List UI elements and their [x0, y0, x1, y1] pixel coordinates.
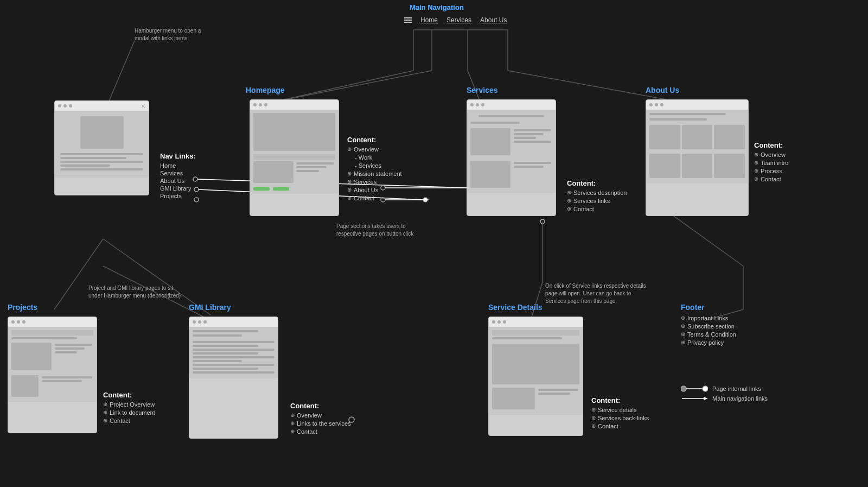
nav-link-about: About Us: [160, 178, 196, 184]
footer-subscribe: ⊕Subscribe section: [681, 323, 736, 330]
nav-link-projects: Projects: [160, 193, 196, 199]
nav-links-label: Nav Links: Home Services About Us GMI Li…: [160, 152, 196, 200]
proj-overview: ⊕Project Overview: [103, 401, 155, 408]
content-work: - Work: [347, 154, 434, 161]
gmi-content-label: Content: ⊕Overview ⊕Links to the service…: [290, 402, 351, 437]
services-wireframe: [467, 99, 556, 216]
homepage-title: Homepage: [246, 86, 285, 94]
wf-titlebar: [8, 317, 97, 327]
nav-home-link[interactable]: Home: [420, 16, 438, 24]
services-desc: ⊕Services description: [567, 189, 627, 196]
projects-wireframe: [8, 317, 97, 433]
wf-titlebar: [467, 100, 556, 110]
hamburger-icon[interactable]: [404, 17, 412, 23]
about-team: ⊕ Team intro: [754, 160, 788, 166]
nav-link-home: Home: [160, 162, 196, 169]
main-nav-header: Main Navigation: [401, 3, 472, 11]
about-us-content-label: Content: ⊕ Overview ⊕ Team intro ⊕ Proce…: [754, 141, 788, 184]
sd-contact: ⊕Contact: [591, 423, 649, 429]
about-process: ⊕ Process: [754, 168, 788, 174]
svg-point-21: [540, 219, 545, 224]
svg-line-3: [267, 71, 432, 103]
sd-details: ⊕Service details: [591, 407, 649, 413]
gmi-links: ⊕Links to the services: [290, 420, 351, 427]
service-details-content-label: Content: ⊕Service details ⊕Services back…: [591, 396, 649, 431]
services-title: Services: [467, 86, 498, 94]
footer-title: Footer: [681, 303, 705, 312]
nav-services-link[interactable]: Services: [446, 16, 471, 24]
footer-important: ⊕Important Links: [681, 315, 736, 321]
about-us-title: About Us: [646, 86, 679, 94]
service-details-annotation: On click of Service links respective det…: [545, 282, 651, 305]
gmi-overview: ⊕Overview: [290, 412, 351, 419]
footer-content-label: ⊕Important Links ⊕Subscribe section ⊕Ter…: [681, 315, 736, 347]
svg-point-35: [703, 386, 708, 391]
content-about: ⊕ About Us: [347, 187, 434, 193]
nav-link-gmi: GMI Library: [160, 185, 196, 192]
wf-titlebar: [646, 100, 748, 110]
content-contact: ⊕ Contact: [347, 195, 434, 201]
hamburger-annotation: Hamburger menu to open a modal with link…: [135, 27, 210, 42]
projects-title: Projects: [8, 303, 37, 312]
footer-privacy: ⊕Privacy policy: [681, 339, 736, 346]
content-services: ⊕ Services: [347, 179, 434, 185]
legend-internal: Page internal links: [681, 385, 768, 392]
svg-line-1: [267, 71, 413, 103]
services-links: ⊕Services links: [567, 198, 627, 204]
projects-content-label: Content: ⊕Project Overview ⊕Link to docu…: [103, 391, 155, 426]
wf-titlebar: [189, 317, 278, 327]
hamburger-modal-wireframe: ✕: [54, 100, 149, 195]
nav-bar: Home Services About Us: [404, 16, 507, 24]
services-contact: ⊕Contact: [567, 206, 627, 212]
wf-titlebar: [489, 317, 583, 327]
nav-about-link[interactable]: About Us: [480, 16, 507, 24]
legend: Page internal links Main navigation link…: [681, 385, 768, 405]
proj-doc: ⊕Link to document: [103, 409, 155, 416]
homepage-wireframe: [250, 99, 339, 216]
about-contact: ⊕ Contact: [754, 176, 788, 182]
gmi-title: GMI Library: [189, 303, 231, 312]
footer-terms: ⊕Terms & Condition: [681, 331, 736, 338]
projects-annotation: Project and GMI library pages to sit und…: [88, 284, 183, 300]
service-details-wireframe: [488, 317, 583, 436]
content-services-sub: - Services: [347, 162, 434, 169]
svg-line-23: [531, 282, 542, 320]
sd-backlinks: ⊕Services back-links: [591, 415, 649, 421]
svg-line-9: [106, 41, 135, 109]
gmi-wireframe: [189, 317, 278, 439]
legend-main: Main navigation links: [681, 395, 768, 402]
content-mission: ⊕ Mission statement: [347, 170, 434, 177]
diagram-container: Main Navigation Home Services About Us H…: [0, 0, 868, 487]
wireframe-titlebar: ✕: [55, 101, 149, 111]
about-overview: ⊕ Overview: [754, 151, 788, 158]
nav-link-services: Services: [160, 170, 196, 176]
proj-contact: ⊕Contact: [103, 418, 155, 424]
svg-marker-37: [704, 397, 708, 400]
content-overview: ⊕ Overview: [347, 146, 434, 153]
services-content-label: Content: ⊕Services description ⊕Services…: [567, 179, 627, 214]
svg-line-32: [664, 209, 743, 266]
wf-titlebar: [250, 100, 339, 110]
homepage-annotation: Page sections takes users to respective …: [336, 223, 423, 238]
homepage-content-label: Content: ⊕ Overview - Work - Services ⊕ …: [347, 136, 434, 203]
svg-point-33: [681, 386, 686, 391]
about-us-wireframe: [646, 99, 749, 216]
gmi-contact: ⊕Contact: [290, 428, 351, 435]
service-details-title: Service Details: [488, 303, 542, 312]
